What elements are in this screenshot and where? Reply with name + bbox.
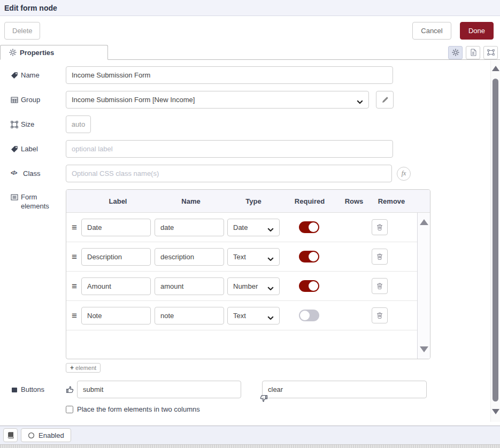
list-scrollbar[interactable]	[417, 213, 430, 359]
class-label: </> Class	[11, 165, 66, 182]
element-label-input[interactable]	[81, 248, 151, 266]
scrollbar-thumb[interactable]	[493, 79, 498, 401]
two-columns-row: Place the form elements in two columns	[66, 405, 489, 413]
element-type-select[interactable]: Text	[227, 307, 280, 325]
class-input[interactable]	[66, 165, 392, 182]
required-toggle[interactable]	[299, 280, 319, 292]
trash-icon	[376, 312, 383, 319]
form-elements-list-body: ≡ Date	[66, 213, 430, 359]
element-type-select[interactable]: Text	[227, 248, 280, 266]
element-name-input[interactable]	[155, 248, 224, 266]
element-name-input[interactable]	[155, 277, 224, 295]
dialog-toolbar: Delete Cancel Done	[0, 16, 500, 45]
chevron-down-icon	[267, 254, 274, 259]
add-element-container: +element	[66, 363, 489, 373]
size-label: Size	[11, 115, 66, 133]
code-icon: </>	[11, 170, 20, 177]
fx-expand-button[interactable]: fx	[397, 167, 411, 181]
node-info-button[interactable]	[3, 428, 18, 442]
remove-element-button[interactable]	[372, 219, 388, 235]
edit-group-button[interactable]	[376, 91, 394, 109]
table-icon	[11, 96, 18, 104]
element-type-select[interactable]: Number	[227, 277, 280, 295]
trash-icon	[376, 223, 383, 231]
node-appearance-icon	[487, 49, 495, 56]
element-label-input[interactable]	[81, 219, 151, 236]
tab-properties[interactable]: Properties	[0, 45, 108, 60]
add-element-button[interactable]: +element	[66, 363, 101, 373]
element-name-input[interactable]	[155, 219, 224, 236]
edit-form-node-dialog: Edit form node Delete Cancel Done Proper…	[0, 0, 500, 448]
form-elements-list: Label Name Type Required Rows Remove ≡	[66, 189, 430, 359]
description-button[interactable]	[466, 46, 480, 59]
size-row: Size auto	[11, 115, 489, 133]
trash-icon	[376, 253, 383, 260]
tag-icon	[11, 145, 18, 153]
dialog-scrollbar[interactable]	[490, 60, 500, 422]
scroll-up-icon[interactable]	[492, 66, 499, 71]
enabled-toggle-button[interactable]: Enabled	[21, 428, 71, 442]
scroll-up-icon[interactable]	[420, 219, 428, 225]
remove-element-button[interactable]	[372, 307, 388, 323]
drag-handle-icon[interactable]: ≡	[72, 223, 81, 232]
required-toggle[interactable]	[299, 310, 319, 321]
column-header-name: Name	[155, 197, 227, 205]
label-label: Label	[11, 140, 66, 158]
group-select[interactable]: Income Submission Form [New Income]	[66, 91, 369, 109]
submit-button-input[interactable]	[77, 381, 241, 398]
dialog-header: Edit form node	[0, 0, 500, 16]
book-icon	[7, 431, 14, 439]
chevron-down-icon	[357, 98, 363, 102]
form-elements-row: Formelements Label Name Type Required Ro…	[11, 189, 489, 359]
form-element-row: ≡ Date	[66, 213, 417, 242]
appearance-button[interactable]	[483, 46, 498, 59]
trash-icon	[376, 282, 383, 290]
drag-handle-icon[interactable]: ≡	[72, 252, 81, 261]
required-toggle[interactable]	[299, 251, 319, 262]
tab-properties-label: Properties	[20, 49, 54, 57]
tab-bar: Properties	[0, 45, 500, 60]
delete-button[interactable]: Delete	[4, 22, 40, 40]
tab-icon-buttons	[448, 45, 498, 60]
properties-panel: Name Group Income Submission Form [New I…	[0, 60, 500, 426]
chevron-down-icon	[267, 225, 274, 229]
plus-icon: +	[70, 364, 74, 372]
thumbs-down-icon	[251, 385, 259, 394]
dialog-title: Edit form node	[4, 4, 57, 12]
remove-element-button[interactable]	[372, 249, 388, 265]
name-label: Name	[11, 66, 66, 84]
form-elements-list-header: Label Name Type Required Rows Remove	[66, 190, 430, 213]
element-label-input[interactable]	[81, 277, 151, 295]
cancel-button[interactable]: Cancel	[412, 22, 451, 40]
name-row: Name	[11, 66, 489, 84]
pencil-icon	[381, 96, 389, 104]
scroll-down-icon[interactable]	[420, 346, 428, 352]
size-button[interactable]: auto	[66, 115, 91, 133]
dialog-edge-strip	[0, 444, 500, 448]
element-label-input[interactable]	[81, 307, 151, 325]
square-icon	[11, 386, 18, 393]
properties-gear-button[interactable]	[448, 46, 463, 59]
scroll-down-icon[interactable]	[492, 409, 499, 414]
gear-icon	[9, 49, 17, 56]
remove-element-button[interactable]	[372, 278, 388, 294]
element-type-select[interactable]: Date	[227, 219, 280, 236]
object-group-icon	[11, 121, 18, 128]
required-toggle[interactable]	[299, 221, 319, 233]
group-label: Group	[11, 91, 66, 109]
two-columns-checkbox[interactable]	[66, 406, 73, 413]
column-header-rows: Rows	[340, 197, 368, 205]
clear-button-input[interactable]	[262, 381, 427, 398]
two-columns-label: Place the form elements in two columns	[77, 405, 200, 413]
buttons-row: Buttons	[11, 381, 489, 398]
drag-handle-icon[interactable]: ≡	[72, 311, 81, 320]
element-name-input[interactable]	[155, 307, 224, 325]
form-element-row: ≡ Number	[66, 272, 417, 301]
name-input[interactable]	[66, 66, 393, 84]
column-header-remove: Remove	[368, 197, 414, 205]
chevron-down-icon	[267, 284, 274, 288]
drag-handle-icon[interactable]: ≡	[72, 282, 81, 291]
label-input[interactable]	[66, 140, 393, 158]
done-button[interactable]: Done	[460, 22, 494, 40]
thumbs-up-icon	[66, 385, 74, 394]
